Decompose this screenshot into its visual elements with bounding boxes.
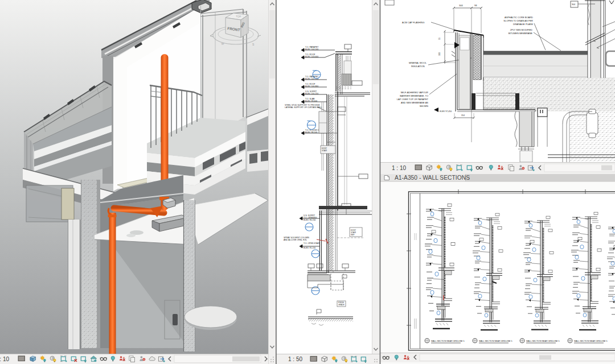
svg-text:AND ALCOVE ORNL H.N.: AND ALCOVE ORNL H.N. bbox=[284, 239, 307, 241]
svg-text:AND SBS MEMBRANE AS: AND SBS MEMBRANE AS bbox=[401, 101, 428, 104]
svg-text:98: 98 bbox=[474, 4, 477, 7]
svg-text:ELEV. 95,150: ELEV. 95,150 bbox=[304, 247, 315, 249]
svg-text:1 : 10: 1 : 10 bbox=[0, 356, 9, 362]
svg-text:ASPHALTIC CORE BOARD: ASPHALTIC CORE BOARD bbox=[505, 16, 533, 19]
svg-text:BARRIER MEMBRANE, TO: BARRIER MEMBRANE, TO bbox=[400, 94, 428, 97]
svg-text:T.O. OPEN STAIR: T.O. OPEN STAIR bbox=[304, 242, 320, 245]
svg-text:LATERAL SUPPORT OF CURTAIN WAL: LATERAL SUPPORT OF CURTAIN WALL bbox=[285, 106, 322, 109]
svg-text:LAP OVER TOP OF PARAPET: LAP OVER TOP OF PARAPET bbox=[397, 98, 429, 101]
svg-text:ELEV. 104,100: ELEV. 104,100 bbox=[305, 48, 318, 51]
svg-text:2PLY SBS MODIFIED: 2PLY SBS MODIFIED bbox=[510, 28, 532, 31]
svg-text:ELEV. 96,150: ELEV. 96,150 bbox=[304, 219, 315, 221]
svg-text:1 : 10: 1 : 10 bbox=[392, 165, 406, 171]
svg-text:BITUMEN MEMBRANE: BITUMEN MEMBRANE bbox=[509, 32, 533, 35]
svg-text:S04: S04 bbox=[572, 3, 575, 6]
svg-text:314: 314 bbox=[461, 114, 465, 117]
svg-text:SELF-ADHERED VAPOUR: SELF-ADHERED VAPOUR bbox=[400, 91, 428, 94]
svg-text:ELEV. 100,800: ELEV. 100,800 bbox=[305, 85, 318, 88]
svg-text:STAIR: STAIR bbox=[322, 150, 327, 152]
svg-text:GRADE: GRADE bbox=[338, 304, 345, 306]
svg-text:SHOWN: SHOWN bbox=[420, 105, 428, 107]
svg-text:TOP: TOP bbox=[236, 15, 241, 18]
svg-text:WALL SECTION NEAR GRIDLINE 5: WALL SECTION NEAR GRIDLINE 5 bbox=[431, 340, 464, 342]
svg-text:1 : 50: 1 : 50 bbox=[288, 356, 302, 362]
svg-text:300: 300 bbox=[438, 52, 441, 56]
svg-text:ELEV 97,450: ELEV 97,450 bbox=[440, 110, 452, 113]
svg-text:SLOPES TO DRAIN AS PER: SLOPES TO DRAIN AS PER bbox=[503, 19, 533, 22]
svg-text:A1-A350 - WALL SECTIONS: A1-A350 - WALL SECTIONS bbox=[395, 175, 470, 181]
svg-text:ELEV. 98,500: ELEV. 98,500 bbox=[305, 131, 317, 134]
svg-text:DRAINAGE PLANS: DRAINAGE PLANS bbox=[513, 23, 533, 26]
svg-text:ELEV. 103,600: ELEV. 103,600 bbox=[305, 56, 318, 58]
svg-text:ELEV. 100,150: ELEV. 100,150 bbox=[305, 93, 318, 95]
svg-text:MINERAL WOOL: MINERAL WOOL bbox=[409, 61, 427, 64]
svg-text:ELEV. 99,600: ELEV. 99,600 bbox=[305, 100, 317, 102]
svg-text:55: 55 bbox=[438, 38, 441, 40]
svg-text:ACM CAP FLASHING: ACM CAP FLASHING bbox=[402, 21, 424, 24]
svg-text:INSULATION: INSULATION bbox=[411, 65, 425, 68]
svg-text:REF: REF bbox=[351, 234, 354, 236]
svg-text:344: 344 bbox=[459, 4, 463, 7]
